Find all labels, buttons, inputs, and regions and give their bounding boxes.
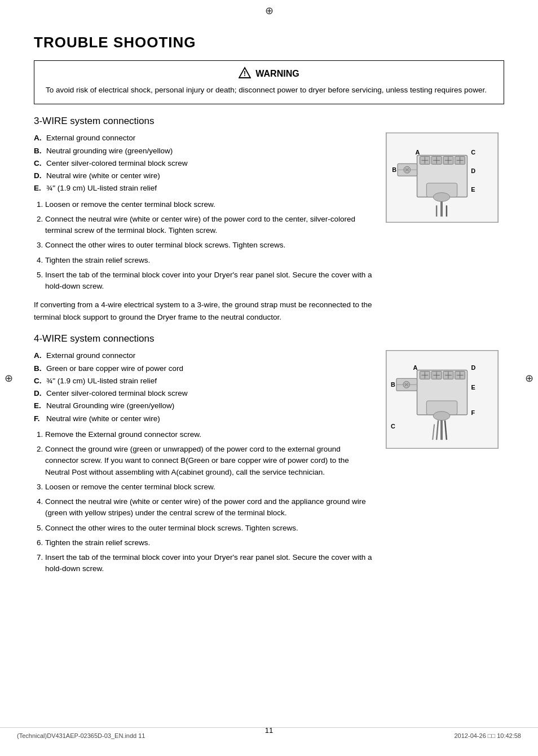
warning-title: ! WARNING bbox=[46, 67, 492, 81]
item-letter: B. bbox=[34, 145, 44, 157]
step: Connect the neutral wire (white or cente… bbox=[45, 496, 374, 519]
item-text: ¾" (1.9 cm) UL-listed strain relief bbox=[46, 375, 157, 387]
four-wire-diagram: A B C D E F bbox=[386, 350, 504, 449]
step: Tighten the strain relief screws. bbox=[45, 537, 374, 549]
item-text: Center silver-colored terminal block scr… bbox=[46, 388, 188, 399]
item-letter: D. bbox=[34, 388, 44, 399]
three-wire-svg: A B C D E bbox=[386, 132, 499, 223]
step: Connect the other wires to the outer ter… bbox=[45, 523, 374, 534]
step: Loosen or remove the center terminal blo… bbox=[45, 199, 374, 210]
item-text: Neutral grounding wire (green/yellow) bbox=[46, 145, 173, 157]
item-text: ¾" (1.9 cm) UL-listed strain relief bbox=[46, 183, 157, 194]
item-text: Neutral Grounding wire (green/yellow) bbox=[46, 400, 174, 412]
svg-text:D: D bbox=[471, 167, 475, 174]
list-item: C. Center silver-colored terminal block … bbox=[34, 158, 374, 169]
three-wire-note: If converting from a 4-wire electrical s… bbox=[34, 299, 374, 323]
svg-text:!: ! bbox=[244, 70, 246, 78]
list-item: D. Neutral wire (white or center wire) bbox=[34, 170, 374, 182]
svg-text:F: F bbox=[471, 409, 475, 416]
page-title: TROUBLE SHOOTING bbox=[34, 34, 504, 51]
svg-text:A: A bbox=[413, 364, 418, 371]
item-letter: B. bbox=[34, 363, 44, 374]
svg-text:C: C bbox=[391, 423, 395, 430]
item-letter: D. bbox=[34, 170, 44, 182]
svg-text:B: B bbox=[391, 382, 395, 388]
footer-right: 2012-04-26 □□ 10:42:58 bbox=[455, 732, 522, 739]
warning-icon: ! bbox=[239, 67, 251, 81]
svg-point-46 bbox=[433, 412, 450, 421]
svg-text:B: B bbox=[392, 166, 396, 173]
step: Insert the tab of the terminal block cov… bbox=[45, 269, 374, 293]
list-item: C. ¾" (1.9 cm) UL-listed strain relief bbox=[34, 375, 374, 387]
step: Remove the External ground connector scr… bbox=[45, 429, 374, 440]
warning-box: ! WARNING To avoid risk of electrical sh… bbox=[34, 60, 504, 104]
item-letter: C. bbox=[34, 158, 44, 169]
list-item: E. ¾" (1.9 cm) UL-listed strain relief bbox=[34, 183, 374, 194]
item-text: External ground connector bbox=[46, 350, 135, 361]
four-wire-section: 4-WIRE system connections A. External gr… bbox=[34, 333, 504, 578]
four-wire-svg: A B C D E F bbox=[386, 350, 499, 449]
step: Connect the ground wire (green or unwrap… bbox=[45, 444, 374, 478]
step: Connect the neutral wire (white or cente… bbox=[45, 214, 374, 237]
three-wire-diagram: A B C D E bbox=[386, 132, 504, 223]
three-wire-content: A. External ground connector B. Neutral … bbox=[34, 132, 374, 323]
step: Insert the tab of the terminal block cov… bbox=[45, 552, 374, 575]
item-text: Neutral wire (white or center wire) bbox=[46, 170, 160, 182]
three-wire-steps: Loosen or remove the center terminal blo… bbox=[45, 199, 374, 293]
item-text: External ground connector bbox=[46, 132, 135, 144]
four-wire-items: A. External ground connector B. Green or… bbox=[34, 350, 374, 425]
step: Loosen or remove the center terminal blo… bbox=[45, 481, 374, 493]
svg-text:A: A bbox=[416, 149, 420, 156]
item-text: Center silver-colored terminal block scr… bbox=[46, 158, 188, 169]
three-wire-section: 3-WIRE system connections A. External gr… bbox=[34, 116, 504, 323]
four-wire-title: 4-WIRE system connections bbox=[34, 333, 504, 344]
svg-point-17 bbox=[433, 193, 450, 202]
step: Connect the other wires to outer termina… bbox=[45, 240, 374, 251]
three-wire-items: A. External ground connector B. Neutral … bbox=[34, 132, 374, 194]
list-item: B. Green or bare copper wire of power co… bbox=[34, 363, 374, 374]
four-wire-content: A. External ground connector B. Green or… bbox=[34, 350, 374, 578]
list-item: D. Center silver-colored terminal block … bbox=[34, 388, 374, 399]
item-text: Neutral wire (white or center wire) bbox=[46, 413, 160, 425]
step: Tighten the strain relief screws. bbox=[45, 255, 374, 266]
svg-text:E: E bbox=[471, 384, 475, 391]
item-letter: F. bbox=[34, 413, 44, 425]
item-letter: C. bbox=[34, 375, 44, 387]
item-letter: E. bbox=[34, 183, 44, 194]
page-number: 11 bbox=[265, 726, 273, 735]
list-item: F. Neutral wire (white or center wire) bbox=[34, 413, 374, 425]
list-item: E. Neutral Grounding wire (green/yellow) bbox=[34, 400, 374, 412]
warning-text: To avoid risk of electrical shock, perso… bbox=[46, 85, 492, 96]
three-wire-title: 3-WIRE system connections bbox=[34, 116, 504, 127]
four-wire-steps: Remove the External ground connector scr… bbox=[45, 429, 374, 575]
svg-text:D: D bbox=[471, 364, 475, 371]
item-letter: A. bbox=[34, 350, 44, 361]
footer-left: (Technical)DV431AEP-02365D-03_EN.indd 11 bbox=[17, 732, 145, 739]
item-text: Green or bare copper wire of power cord bbox=[46, 363, 183, 374]
list-item: A. External ground connector bbox=[34, 132, 374, 144]
list-item: B. Neutral grounding wire (green/yellow) bbox=[34, 145, 374, 157]
svg-text:C: C bbox=[471, 149, 475, 156]
item-letter: A. bbox=[34, 132, 44, 144]
svg-text:E: E bbox=[471, 186, 475, 193]
item-letter: E. bbox=[34, 400, 44, 412]
list-item: A. External ground connector bbox=[34, 350, 374, 361]
